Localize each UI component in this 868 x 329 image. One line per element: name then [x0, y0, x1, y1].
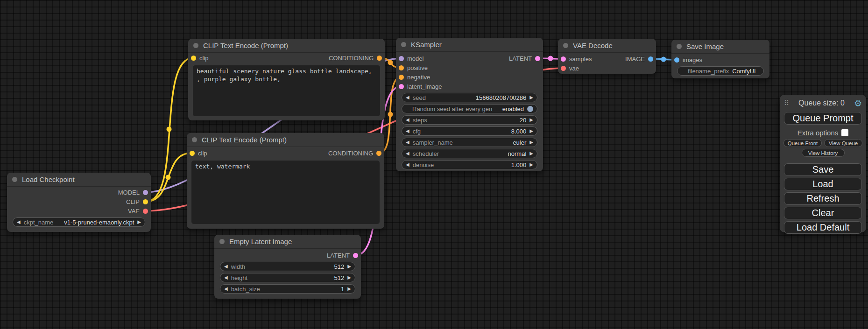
node-clip-text-encode-positive[interactable]: CLIP Text Encode (Prompt) clip CONDITION…	[188, 39, 385, 120]
save-button[interactable]: Save	[784, 163, 862, 176]
collapse-dot-icon[interactable]	[12, 177, 17, 182]
link-dot	[548, 56, 553, 61]
collapse-dot-icon[interactable]	[193, 43, 198, 48]
increment-arrow-icon[interactable]: ▶	[529, 129, 533, 133]
output-port-clip[interactable]	[143, 199, 148, 204]
node-title: CLIP Text Encode (Prompt)	[202, 136, 287, 144]
view-queue-button[interactable]: View Queue	[824, 139, 862, 147]
widget-denoise[interactable]: ◀ denoise 1.000 ▶	[402, 160, 537, 169]
output-label: CONDITIONING	[329, 55, 374, 62]
increment-arrow-icon[interactable]: ▶	[529, 162, 533, 167]
output-port-conditioning[interactable]	[377, 56, 382, 61]
load-default-button[interactable]: Load Default	[784, 221, 862, 234]
node-title: Load Checkpoint	[22, 175, 75, 183]
widget-cfg[interactable]: ◀ cfg 8.000 ▶	[402, 126, 537, 136]
increment-arrow-icon[interactable]: ▶	[529, 95, 533, 100]
collapse-dot-icon[interactable]	[677, 44, 682, 49]
output-label: LATENT	[509, 55, 532, 62]
drag-handle-icon[interactable]: ⠿	[784, 99, 789, 107]
decrement-arrow-icon[interactable]: ◀	[406, 140, 409, 145]
settings-gear-icon[interactable]: ⚙	[854, 99, 862, 108]
node-header[interactable]: KSampler	[396, 38, 543, 52]
node-header[interactable]: Save Image	[671, 40, 769, 54]
widget-scheduler[interactable]: ◀ scheduler normal ▶	[402, 149, 537, 158]
input-port-samples[interactable]	[561, 56, 566, 62]
output-port-vae[interactable]	[143, 209, 148, 214]
collapse-dot-icon[interactable]	[563, 43, 568, 48]
collapse-dot-icon[interactable]	[192, 137, 197, 142]
prompt-textarea[interactable]: beautiful scenery nature glass bottle la…	[193, 65, 380, 116]
output-port-latent[interactable]	[535, 56, 540, 61]
decrement-arrow-icon[interactable]: ◀	[224, 275, 228, 280]
increment-arrow-icon[interactable]: ▶	[347, 275, 351, 280]
output-port-conditioning[interactable]	[376, 151, 381, 156]
widget-label: cfg	[413, 128, 421, 135]
prompt-textarea[interactable]: text, watermark	[191, 161, 380, 224]
output-port-image[interactable]	[648, 56, 653, 62]
decrement-arrow-icon[interactable]: ◀	[17, 220, 21, 224]
widget-random-seed-toggle[interactable]: Random seed after every gen enabled	[402, 104, 537, 113]
node-clip-text-encode-negative[interactable]: CLIP Text Encode (Prompt) clip CONDITION…	[187, 133, 384, 229]
node-load-checkpoint[interactable]: Load Checkpoint MODEL CLIP VAE ◀ ckpt_na…	[7, 173, 151, 232]
extra-options-checkbox[interactable]	[841, 129, 848, 136]
node-save-image[interactable]: Save Image images filename_prefix ComfyU…	[671, 40, 769, 78]
increment-arrow-icon[interactable]: ▶	[347, 287, 351, 291]
input-port-positive[interactable]	[399, 65, 404, 70]
refresh-button[interactable]: Refresh	[784, 192, 862, 205]
node-title: Save Image	[686, 42, 724, 50]
input-port-clip[interactable]	[191, 56, 196, 61]
decrement-arrow-icon[interactable]: ◀	[406, 162, 409, 167]
input-port-negative[interactable]	[399, 75, 404, 80]
node-header[interactable]: CLIP Text Encode (Prompt)	[188, 39, 385, 53]
input-port-vae[interactable]	[561, 66, 566, 71]
decrement-arrow-icon[interactable]: ◀	[406, 151, 409, 156]
node-header[interactable]: Empty Latent Image	[214, 235, 361, 249]
widget-seed[interactable]: ◀ seed 156680208700286 ▶	[402, 93, 537, 102]
increment-arrow-icon[interactable]: ▶	[529, 151, 533, 156]
output-port-model[interactable]	[143, 190, 148, 195]
input-port-latent-image[interactable]	[399, 84, 404, 89]
collapse-dot-icon[interactable]	[401, 42, 406, 47]
widget-ckpt-name[interactable]: ◀ ckpt_name v1-5-pruned-emaonly.ckpt ▶	[13, 217, 145, 227]
widget-label: steps	[413, 117, 427, 124]
decrement-arrow-icon[interactable]: ◀	[406, 118, 409, 122]
widget-label: ckpt_name	[24, 219, 54, 226]
input-port-model[interactable]	[399, 56, 404, 61]
decrement-arrow-icon[interactable]: ◀	[224, 264, 228, 269]
widget-filename-prefix[interactable]: filename_prefix ComfyUI	[677, 66, 764, 76]
widget-width[interactable]: ◀ width 512 ▶	[220, 262, 355, 271]
increment-arrow-icon[interactable]: ▶	[529, 140, 533, 145]
link-dot	[166, 175, 171, 180]
decrement-arrow-icon[interactable]: ◀	[224, 287, 228, 291]
widget-height[interactable]: ◀ height 512 ▶	[220, 273, 355, 282]
queue-prompt-button[interactable]: Queue Prompt	[784, 112, 862, 125]
queue-front-button[interactable]: Queue Front	[783, 139, 822, 147]
decrement-arrow-icon[interactable]: ◀	[406, 95, 409, 100]
increment-arrow-icon[interactable]: ▶	[347, 264, 351, 269]
node-empty-latent-image[interactable]: Empty Latent Image LATENT ◀ width 512 ▶ …	[214, 235, 361, 299]
widget-batch-size[interactable]: ◀ batch_size 1 ▶	[220, 284, 355, 294]
output-port-latent[interactable]	[353, 253, 358, 258]
input-label: samples	[569, 56, 592, 63]
clear-button[interactable]: Clear	[784, 207, 862, 219]
toggle-enabled-icon[interactable]	[527, 106, 533, 112]
node-title: CLIP Text Encode (Prompt)	[203, 42, 288, 49]
increment-arrow-icon[interactable]: ▶	[529, 118, 533, 122]
view-history-button[interactable]: View History	[802, 149, 845, 157]
input-port-clip[interactable]	[190, 151, 195, 156]
load-button[interactable]: Load	[784, 178, 862, 190]
widget-steps[interactable]: ◀ steps 20 ▶	[402, 115, 537, 125]
input-port-images[interactable]	[674, 57, 679, 63]
collapse-dot-icon[interactable]	[219, 239, 225, 244]
link-dot	[388, 112, 393, 117]
widget-value: enabled	[502, 105, 524, 112]
decrement-arrow-icon[interactable]: ◀	[406, 129, 409, 133]
node-header[interactable]: Load Checkpoint	[7, 173, 151, 187]
node-header[interactable]: CLIP Text Encode (Prompt)	[187, 133, 384, 147]
node-vae-decode[interactable]: VAE Decode samples IMAGE vae	[558, 39, 656, 74]
node-header[interactable]: VAE Decode	[558, 39, 656, 53]
increment-arrow-icon[interactable]: ▶	[137, 220, 141, 224]
widget-sampler-name[interactable]: ◀ sampler_name euler ▶	[402, 138, 537, 147]
node-ksampler[interactable]: KSampler model LATENT positive negative …	[396, 38, 543, 171]
graph-canvas[interactable]: Load Checkpoint MODEL CLIP VAE ◀ ckpt_na…	[0, 0, 868, 329]
